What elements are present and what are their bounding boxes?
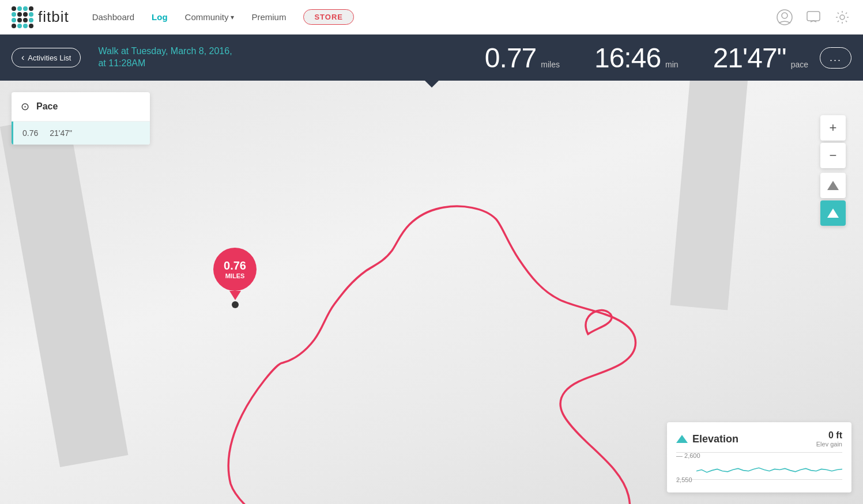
satellite-layer-button[interactable] bbox=[820, 200, 846, 226]
panel-data-row: 0.76 21'47" bbox=[12, 122, 150, 145]
nav-premium[interactable]: Premium bbox=[251, 12, 286, 22]
panel-pace: 21'47" bbox=[50, 128, 72, 138]
activity-stats: 0.77 miles 16:46 min 21'47" pace bbox=[485, 42, 808, 74]
map-container: 0.76 MILES ⊙ Pace 0.76 21'47" + − bbox=[0, 81, 863, 504]
marker-tail bbox=[229, 291, 241, 300]
nav-log[interactable]: Log bbox=[152, 12, 168, 22]
stat-time: 16:46 min bbox=[594, 42, 679, 74]
panel-distance: 0.76 bbox=[22, 128, 38, 138]
logo-dots bbox=[12, 6, 33, 28]
route-marker: 0.76 MILES bbox=[213, 248, 257, 308]
panel-title: Pace bbox=[36, 101, 58, 112]
nav-dashboard[interactable]: Dashboard bbox=[92, 12, 134, 22]
elevation-icon bbox=[676, 435, 688, 443]
settings-icon[interactable] bbox=[833, 8, 851, 26]
elevation-value-block: 0 ft Elev gain bbox=[816, 430, 842, 448]
top-navigation: fitbit Dashboard Log Community Premium S… bbox=[0, 0, 863, 35]
elevation-header: Elevation 0 ft Elev gain bbox=[676, 430, 842, 448]
stat-distance: 0.77 miles bbox=[485, 42, 560, 74]
svg-point-3 bbox=[840, 15, 845, 20]
elevation-chart: — 2,600 2,550 bbox=[676, 452, 842, 487]
zoom-controls: + − bbox=[820, 115, 846, 168]
store-button[interactable]: STORE bbox=[303, 9, 354, 25]
svg-rect-2 bbox=[807, 12, 820, 21]
location-icon: ⊙ bbox=[21, 100, 29, 113]
elevation-label-2550: 2,550 bbox=[676, 476, 692, 483]
logo[interactable]: fitbit bbox=[12, 6, 69, 28]
elevation-gain-label: Elev gain bbox=[816, 441, 842, 448]
messages-icon[interactable] bbox=[804, 8, 823, 26]
nav-links: Dashboard Log Community Premium STORE bbox=[92, 9, 764, 25]
nav-community[interactable]: Community bbox=[185, 12, 235, 22]
panel-header: ⊙ Pace bbox=[12, 92, 150, 122]
activities-list-button[interactable]: Activities List bbox=[12, 48, 81, 67]
nav-icons bbox=[775, 8, 851, 26]
elevation-title: Elevation bbox=[692, 433, 738, 445]
elevation-value: 0 ft bbox=[816, 430, 842, 441]
activity-bar: Activities List Walk at Tuesday, March 8… bbox=[0, 35, 863, 81]
svg-marker-4 bbox=[827, 181, 839, 190]
svg-marker-5 bbox=[827, 209, 839, 218]
marker-bubble: 0.76 MILES bbox=[213, 248, 257, 291]
left-panel: ⊙ Pace 0.76 21'47" bbox=[12, 92, 150, 145]
map-layer-buttons bbox=[820, 173, 846, 226]
marker-pin bbox=[232, 301, 239, 308]
elevation-widget: Elevation 0 ft Elev gain — 2,600 2,550 bbox=[667, 422, 851, 492]
elevation-chart-line bbox=[696, 452, 842, 487]
profile-icon[interactable] bbox=[775, 8, 794, 26]
svg-point-1 bbox=[782, 13, 787, 18]
elevation-title-row: Elevation bbox=[676, 433, 738, 445]
stat-pace: 21'47" pace bbox=[713, 42, 808, 74]
activity-title: Walk at Tuesday, March 8, 2016, at 11:28… bbox=[98, 46, 232, 70]
zoom-in-button[interactable]: + bbox=[820, 115, 846, 141]
more-options-button[interactable]: ... bbox=[820, 47, 851, 69]
terrain-layer-button[interactable] bbox=[820, 173, 846, 198]
logo-text: fitbit bbox=[38, 8, 69, 26]
zoom-out-button[interactable]: − bbox=[820, 143, 846, 168]
